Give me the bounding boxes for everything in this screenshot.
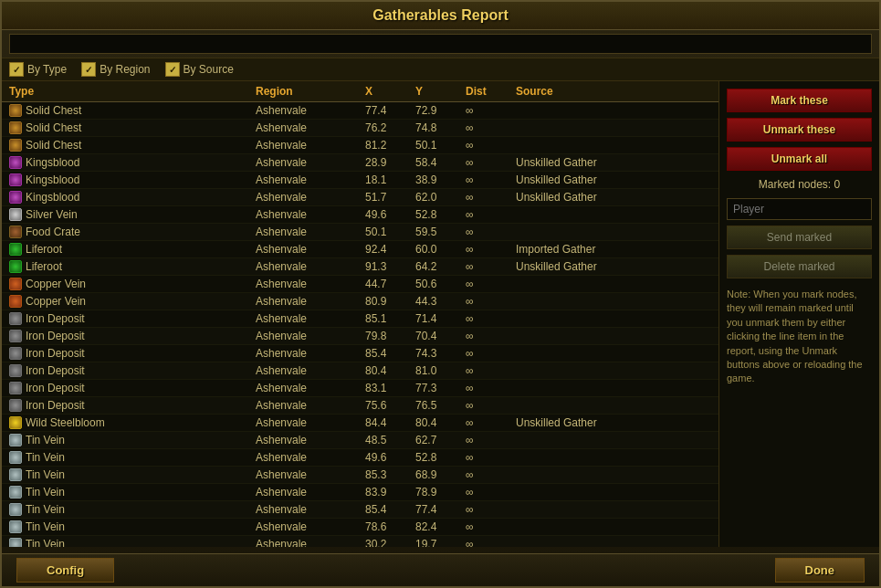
table-row[interactable]: Iron Deposit Ashenvale 85.4 74.3 ∞: [2, 345, 718, 362]
type-label: Iron Deposit: [26, 330, 85, 342]
cell-type: Tin Vein: [5, 433, 252, 447]
table-row[interactable]: Iron Deposit Ashenvale 79.8 70.4 ∞: [2, 328, 718, 345]
cell-dist: ∞: [462, 398, 512, 413]
cell-region: Ashenvale: [252, 190, 362, 205]
table-row[interactable]: Tin Vein Ashenvale 85.4 77.4 ∞: [2, 501, 718, 519]
by-region-checkbox[interactable]: ✓: [81, 62, 96, 77]
by-source-checkbox[interactable]: ✓: [165, 62, 180, 77]
cell-source: [512, 467, 715, 482]
cell-y: 52.8: [412, 207, 462, 222]
cell-y: 77.3: [412, 381, 462, 395]
cell-type: Copper Vein: [5, 277, 252, 291]
type-label: Wild Steelbloom: [26, 416, 105, 429]
player-input[interactable]: [727, 198, 872, 220]
main-window: Gatherables Report ✓ By Type ✓ By Region…: [0, 0, 881, 588]
cell-x: 85.4: [362, 346, 412, 361]
cell-dist: ∞: [462, 173, 512, 187]
title-bar: Gatherables Report: [2, 2, 879, 30]
cell-source: [512, 346, 715, 361]
cell-dist: ∞: [462, 537, 512, 547]
copper-icon: [9, 278, 22, 290]
cell-y: 76.5: [412, 398, 462, 413]
liferoot-icon: [9, 260, 22, 273]
table-row[interactable]: Tin Vein Ashenvale 49.6 52.8 ∞: [2, 449, 718, 467]
cell-source: [512, 103, 715, 118]
cell-type: Kingsblood: [5, 190, 252, 205]
cell-type: Solid Chest: [5, 121, 252, 135]
type-label: Food Crate: [26, 226, 80, 238]
filter-bar: ✓ By Type ✓ By Region ✓ By Source: [2, 58, 879, 81]
cell-x: 50.1: [362, 225, 412, 239]
note-text: Note: When you mark nodes, they will rem…: [727, 284, 872, 390]
table-row[interactable]: Tin Vein Ashenvale 83.9 78.9 ∞: [2, 484, 718, 501]
cell-y: 62.0: [412, 190, 462, 205]
iron-icon: [9, 399, 22, 412]
cell-x: 78.6: [362, 520, 412, 534]
filter-by-source[interactable]: ✓ By Source: [165, 62, 234, 77]
col-y: Y: [412, 85, 462, 98]
search-input[interactable]: [9, 34, 872, 54]
type-label: Tin Vein: [26, 486, 65, 499]
filter-by-region[interactable]: ✓ By Region: [81, 62, 150, 77]
by-type-checkbox[interactable]: ✓: [9, 62, 24, 77]
type-label: Iron Deposit: [26, 364, 85, 377]
table-row[interactable]: Kingsblood Ashenvale 51.7 62.0 ∞ Unskill…: [2, 189, 718, 206]
cell-y: 50.6: [412, 277, 462, 291]
table-row[interactable]: Tin Vein Ashenvale 30.2 19.7 ∞: [2, 536, 718, 547]
table-row[interactable]: Solid Chest Ashenvale 81.2 50.1 ∞: [2, 137, 718, 154]
table-row[interactable]: Copper Vein Ashenvale 44.7 50.6 ∞: [2, 276, 718, 293]
unmark-all-button[interactable]: Unmark all: [727, 147, 872, 171]
cell-x: 51.7: [362, 190, 412, 205]
cell-type: Kingsblood: [5, 155, 252, 170]
table-row[interactable]: Food Crate Ashenvale 50.1 59.5 ∞: [2, 224, 718, 241]
table-row[interactable]: Solid Chest Ashenvale 76.2 74.8 ∞: [2, 120, 718, 137]
tin-icon: [9, 503, 22, 516]
cell-type: Silver Vein: [5, 207, 252, 222]
cell-y: 59.5: [412, 225, 462, 239]
table-row[interactable]: Iron Deposit Ashenvale 75.6 76.5 ∞: [2, 397, 718, 415]
type-label: Solid Chest: [26, 139, 81, 152]
cell-dist: ∞: [462, 433, 512, 447]
herb-icon: [9, 156, 22, 169]
table-row[interactable]: Tin Vein Ashenvale 85.3 68.9 ∞: [2, 467, 718, 484]
cell-region: Ashenvale: [252, 363, 362, 378]
cell-type: Liferoot: [5, 242, 252, 257]
table-row[interactable]: Silver Vein Ashenvale 49.6 52.8 ∞: [2, 206, 718, 224]
table-row[interactable]: Solid Chest Ashenvale 77.4 72.9 ∞: [2, 102, 718, 120]
cell-x: 80.9: [362, 294, 412, 309]
cell-type: Tin Vein: [5, 502, 252, 517]
tin-icon: [9, 520, 22, 533]
cell-region: Ashenvale: [252, 415, 362, 430]
table-row[interactable]: Tin Vein Ashenvale 78.6 82.4 ∞: [2, 519, 718, 536]
table-row[interactable]: Iron Deposit Ashenvale 83.1 77.3 ∞: [2, 380, 718, 397]
cell-region: Ashenvale: [252, 381, 362, 395]
cell-source: [512, 520, 715, 534]
cell-type: Solid Chest: [5, 138, 252, 152]
marked-nodes-display: Marked nodes: 0: [727, 176, 872, 193]
cell-dist: ∞: [462, 450, 512, 465]
table-row[interactable]: Kingsblood Ashenvale 28.9 58.4 ∞ Unskill…: [2, 154, 718, 172]
table-row[interactable]: Iron Deposit Ashenvale 80.4 81.0 ∞: [2, 362, 718, 380]
type-label: Kingsblood: [26, 191, 79, 204]
content-area: Type Region X Y Dist Source Solid Chest …: [2, 81, 879, 547]
cell-y: 60.0: [412, 242, 462, 257]
cell-region: Ashenvale: [252, 467, 362, 482]
table-section: Type Region X Y Dist Source Solid Chest …: [2, 81, 719, 547]
done-button[interactable]: Done: [775, 558, 865, 583]
table-row[interactable]: Kingsblood Ashenvale 18.1 38.9 ∞ Unskill…: [2, 172, 718, 189]
filter-by-type[interactable]: ✓ By Type: [9, 62, 67, 77]
cell-x: 81.2: [362, 138, 412, 152]
table-row[interactable]: Liferoot Ashenvale 92.4 60.0 ∞ Imported …: [2, 241, 718, 258]
config-button[interactable]: Config: [16, 558, 114, 583]
table-row[interactable]: Iron Deposit Ashenvale 85.1 71.4 ∞: [2, 310, 718, 328]
table-body[interactable]: Solid Chest Ashenvale 77.4 72.9 ∞ Solid …: [2, 102, 718, 547]
table-row[interactable]: Tin Vein Ashenvale 48.5 62.7 ∞: [2, 432, 718, 449]
table-row[interactable]: Wild Steelbloom Ashenvale 84.4 80.4 ∞ Un…: [2, 415, 718, 432]
mark-these-button[interactable]: Mark these: [727, 89, 872, 112]
table-row[interactable]: Copper Vein Ashenvale 80.9 44.3 ∞: [2, 293, 718, 310]
table-row[interactable]: Liferoot Ashenvale 91.3 64.2 ∞ Unskilled…: [2, 258, 718, 276]
unmark-these-button[interactable]: Unmark these: [727, 118, 872, 142]
cell-source: [512, 225, 715, 239]
cell-source: [512, 277, 715, 291]
cell-y: 71.4: [412, 311, 462, 326]
